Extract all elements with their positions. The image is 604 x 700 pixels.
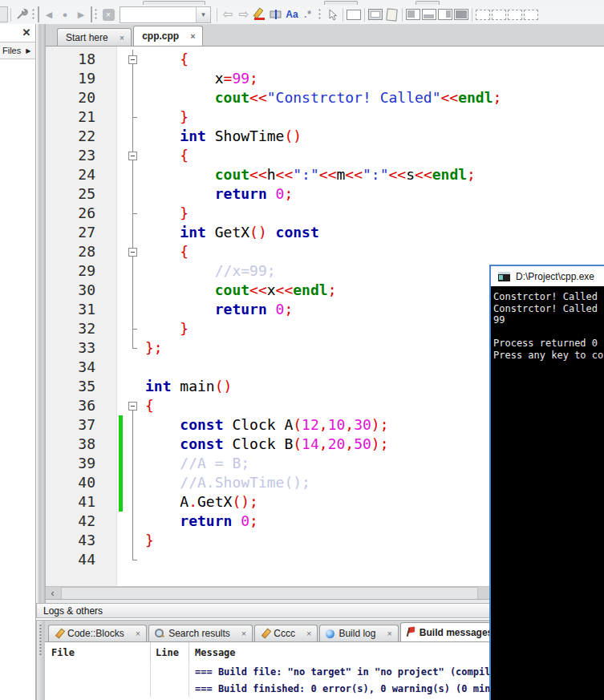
fold-margin[interactable] xyxy=(126,204,140,223)
editor-line[interactable]: 27 int GetX() const xyxy=(46,223,604,242)
editor-line[interactable]: 23 { xyxy=(46,146,604,165)
fold-margin[interactable] xyxy=(126,473,140,492)
sizer-icon[interactable] xyxy=(523,6,539,22)
editor-line[interactable]: 22 int ShowTime() xyxy=(46,127,604,146)
close-icon[interactable]: × xyxy=(120,33,124,42)
nav-back-icon[interactable]: ⇦ xyxy=(220,6,236,22)
insert-control-icon[interactable] xyxy=(268,6,284,22)
toolbar-grip[interactable] xyxy=(318,8,322,21)
fold-margin[interactable] xyxy=(126,396,140,415)
vertical-splitter[interactable] xyxy=(36,24,46,603)
fold-margin[interactable] xyxy=(126,319,140,338)
fold-margin[interactable] xyxy=(126,358,140,377)
highlight-pen-icon[interactable] xyxy=(252,6,268,22)
sizer-icon[interactable] xyxy=(507,6,523,22)
fold-margin[interactable] xyxy=(126,50,140,69)
fold-margin[interactable] xyxy=(126,107,140,127)
editor-line[interactable]: 24 cout<<h<<":"<<m<<":"<<s<<endl; xyxy=(46,165,604,184)
font-icon[interactable]: Aa xyxy=(284,6,300,22)
wrench-icon[interactable] xyxy=(14,6,30,22)
debug-step-back-icon[interactable]: ◀ xyxy=(38,6,57,22)
logs-tab-cccc[interactable]: Cccc× xyxy=(254,625,318,641)
editor-tab-start-here[interactable]: Start here× xyxy=(57,28,132,46)
fold-margin[interactable] xyxy=(126,338,140,358)
fold-margin[interactable] xyxy=(126,69,140,88)
layout-left-icon[interactable] xyxy=(405,6,421,22)
fold-margin[interactable] xyxy=(126,512,140,531)
clear-search-icon[interactable]: × xyxy=(100,6,116,22)
fold-margin[interactable] xyxy=(126,415,140,435)
editor-tab-cpp-cpp[interactable]: cpp.cpp× xyxy=(133,26,202,46)
close-icon[interactable]: × xyxy=(190,31,195,41)
fold-margin[interactable] xyxy=(126,261,140,281)
chevron-right-icon[interactable]: ▶ xyxy=(26,47,30,55)
sizer-icon[interactable] xyxy=(491,6,507,22)
panel-icon[interactable] xyxy=(383,6,399,22)
code-token: Clock B xyxy=(224,435,294,452)
fold-margin[interactable] xyxy=(126,377,140,396)
scroll-left-arrow-icon[interactable]: ‹ xyxy=(46,587,59,600)
editor-line[interactable]: 25 return 0; xyxy=(46,184,604,204)
search-combobox[interactable]: ▾ xyxy=(120,6,211,23)
toolbar-grip[interactable] xyxy=(94,8,99,21)
fold-box-icon[interactable] xyxy=(128,402,137,411)
logs-tab-code-blocks[interactable]: Code::Blocks× xyxy=(48,625,147,641)
debug-step-forward-icon[interactable]: ▶ xyxy=(73,6,92,22)
nav-forward-icon[interactable]: ⇨ xyxy=(236,6,252,22)
frame-icon[interactable] xyxy=(346,6,362,22)
toolbar-separator xyxy=(10,8,11,22)
console-titlebar[interactable]: D:\Project\cpp.exe xyxy=(491,266,604,286)
fold-margin[interactable] xyxy=(126,223,140,242)
close-icon[interactable]: × xyxy=(136,629,140,638)
fold-box-icon[interactable] xyxy=(128,152,137,160)
fold-margin[interactable] xyxy=(126,184,140,204)
sizer-icon[interactable] xyxy=(475,6,491,22)
fold-margin[interactable] xyxy=(126,550,140,569)
debug-marker-icon[interactable]: ● xyxy=(57,6,73,22)
logs-tab-build-log[interactable]: Build log× xyxy=(319,625,398,641)
editor-line[interactable]: 26 } xyxy=(46,204,604,223)
line-number: 44 xyxy=(46,550,116,569)
fold-box-icon[interactable] xyxy=(128,248,137,257)
close-icon[interactable]: × xyxy=(306,629,311,638)
fold-margin[interactable] xyxy=(126,531,140,550)
regex-icon[interactable]: .* xyxy=(300,6,316,22)
code-text xyxy=(140,358,145,377)
fold-margin[interactable] xyxy=(126,88,140,107)
fold-margin[interactable] xyxy=(126,281,140,300)
close-icon[interactable]: × xyxy=(241,629,246,638)
management-files-tab[interactable]: Files ▶ xyxy=(0,42,35,59)
scrollbar-thumb[interactable] xyxy=(61,587,478,600)
help-partial-icon[interactable] xyxy=(0,6,8,22)
fold-margin[interactable] xyxy=(126,492,140,512)
close-icon[interactable]: × xyxy=(387,629,391,638)
fold-margin[interactable] xyxy=(126,435,140,454)
pointer-icon[interactable] xyxy=(324,6,340,22)
layout-fill-icon[interactable] xyxy=(453,6,469,22)
toolbar-grip[interactable] xyxy=(31,8,36,21)
layout-right-icon[interactable] xyxy=(437,6,453,22)
editor-line[interactable]: 28 { xyxy=(46,242,604,261)
editor-line[interactable]: 19 x=99; xyxy=(46,69,604,88)
logs-tab-search-results[interactable]: Search results× xyxy=(148,625,253,641)
fold-box-icon[interactable] xyxy=(128,55,137,64)
editor-line[interactable]: 21 } xyxy=(46,107,604,127)
editor-line[interactable]: 20 cout<<"Constrctor! Called"<<endl; xyxy=(46,88,604,107)
close-icon[interactable]: ✕ xyxy=(20,26,33,38)
fold-margin[interactable] xyxy=(126,300,140,319)
fold-margin[interactable] xyxy=(126,146,140,165)
dialog-icon[interactable] xyxy=(367,6,383,22)
fold-margin[interactable] xyxy=(126,165,140,184)
change-bar-margin xyxy=(116,454,126,473)
search-combobox-value[interactable] xyxy=(120,7,196,22)
code-token: , xyxy=(345,435,354,452)
pane-gripper[interactable] xyxy=(37,621,45,700)
editor-line[interactable]: 18 { xyxy=(46,50,604,69)
fold-margin[interactable] xyxy=(126,127,140,146)
fold-margin[interactable] xyxy=(126,454,140,473)
fold-margin[interactable] xyxy=(126,242,140,261)
layout-bottom-icon[interactable] xyxy=(421,6,437,22)
chevron-down-icon[interactable]: ▾ xyxy=(196,7,210,22)
line-number: 32 xyxy=(46,319,116,338)
fold-line xyxy=(132,531,133,550)
